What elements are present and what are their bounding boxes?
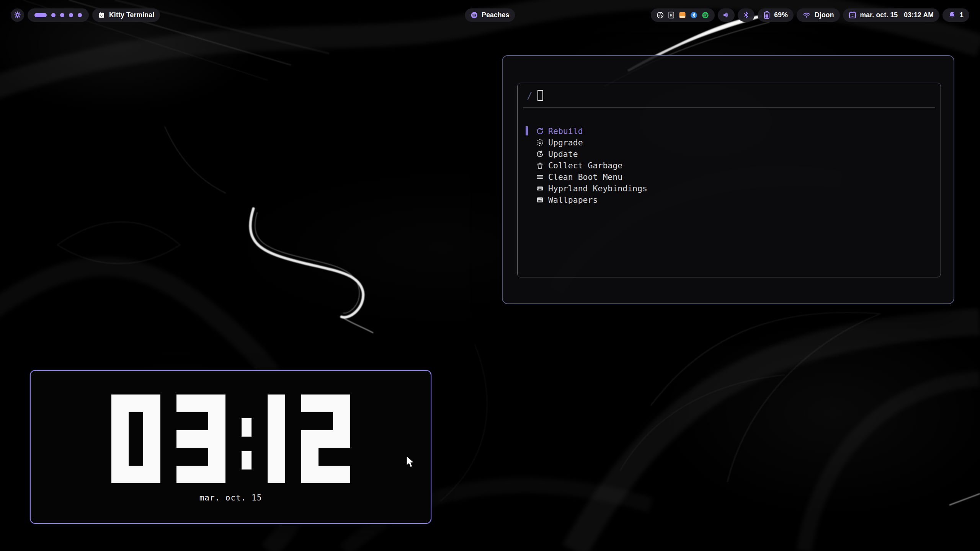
network-ssid: Djoon: [815, 11, 834, 19]
active-window-title: Kitty Terminal: [109, 11, 154, 19]
clock-widget: mar. oct. 15: [30, 370, 431, 524]
image-icon: [536, 196, 544, 204]
clock-date: mar. oct. 15: [199, 493, 262, 502]
files-icon[interactable]: [679, 11, 686, 19]
volume-pill[interactable]: [718, 8, 735, 22]
rebuild-icon: [536, 127, 544, 135]
launcher-button[interactable]: [11, 8, 24, 22]
menu-item-update[interactable]: Update: [518, 148, 941, 160]
media-player-pill[interactable]: Peaches: [465, 8, 515, 22]
datetime-date: mar. oct. 15: [860, 11, 898, 19]
battery-icon: [763, 11, 770, 19]
keepass-icon[interactable]: K: [668, 11, 675, 19]
active-window-pill[interactable]: Kitty Terminal: [92, 8, 160, 22]
launcher-panel: / Rebuild: [502, 55, 954, 304]
wifi-icon: [802, 11, 811, 18]
menu-item-wallpapers[interactable]: Wallpapers: [518, 194, 941, 205]
clock-time-digits: [111, 395, 350, 483]
notifications-pill[interactable]: 1: [942, 8, 969, 22]
menu-item-label: Update: [548, 149, 578, 159]
menu-item-collect-garbage[interactable]: Collect Garbage: [518, 160, 941, 171]
clock-digit-2: [301, 395, 350, 483]
menu-item-rebuild[interactable]: Rebuild: [518, 125, 941, 137]
speaker-icon: [722, 11, 730, 19]
workspace-dot[interactable]: [51, 13, 56, 17]
datetime-time: 03:12 AM: [904, 11, 934, 19]
menu-item-label: Upgrade: [548, 138, 583, 147]
bluetooth-pill[interactable]: [738, 8, 755, 22]
bluetooth-icon: [743, 11, 750, 18]
notification-count: 1: [960, 11, 964, 19]
selection-bar: [526, 126, 528, 135]
top-bar-left: Kitty Terminal: [11, 8, 160, 22]
menu-item-upgrade[interactable]: Upgrade: [518, 137, 941, 148]
workspace-dot[interactable]: [69, 13, 73, 17]
keyboard-icon: [536, 185, 544, 192]
launcher-menu: Rebuild Upgrade: [518, 108, 941, 205]
menu-item-clean-boot-menu[interactable]: Clean Boot Menu: [518, 171, 941, 183]
top-bar-center: Peaches: [465, 8, 515, 22]
top-bar: Kitty Terminal Peaches: [0, 0, 980, 30]
menu-item-label: Wallpapers: [548, 195, 598, 205]
clock-digit-1: [268, 395, 285, 483]
svg-text:K: K: [670, 13, 673, 17]
workspace-dot[interactable]: [60, 13, 64, 17]
workspace-dot[interactable]: [78, 13, 82, 17]
bell-icon: [948, 11, 956, 19]
snowflake-gear-icon: [14, 11, 21, 19]
menu-item-label: Collect Garbage: [548, 161, 622, 170]
launcher-search[interactable]: /: [518, 83, 941, 108]
media-title: Peaches: [482, 11, 509, 19]
list-icon: [536, 173, 544, 181]
cat-icon: [98, 11, 105, 19]
battery-pill[interactable]: 69%: [758, 8, 794, 22]
menu-item-hyprland-keybindings[interactable]: Hyprland Keybindings: [518, 183, 941, 194]
update-icon: [536, 150, 544, 158]
disc-icon[interactable]: [657, 11, 664, 19]
text-cursor: [537, 90, 543, 101]
network-pill[interactable]: Djoon: [797, 8, 840, 22]
workspace-indicator[interactable]: [28, 8, 89, 22]
battery-percent: 69%: [774, 11, 788, 19]
datetime-pill[interactable]: mar. oct. 15 03:12 AM: [843, 8, 940, 22]
mouse-cursor: [406, 455, 416, 468]
launcher-window: / Rebuild: [517, 83, 941, 277]
menu-item-label: Rebuild: [548, 126, 583, 136]
workspace-active-pill[interactable]: [34, 13, 47, 17]
clock-digit-0: [111, 395, 160, 483]
spotify-icon[interactable]: [702, 11, 709, 19]
menu-item-label: Clean Boot Menu: [548, 172, 622, 182]
search-prompt: /: [527, 90, 532, 101]
system-tray: K: [651, 8, 715, 22]
trash-icon: [536, 162, 544, 169]
music-icon: [470, 11, 478, 19]
top-bar-right: K: [651, 8, 969, 22]
clock-colon: [242, 395, 252, 483]
bluetooth-badge-icon[interactable]: [690, 11, 697, 19]
calendar-icon: [849, 11, 856, 19]
clock-digit-3: [176, 395, 225, 483]
upgrade-icon: [536, 139, 544, 146]
menu-item-label: Hyprland Keybindings: [548, 184, 647, 193]
